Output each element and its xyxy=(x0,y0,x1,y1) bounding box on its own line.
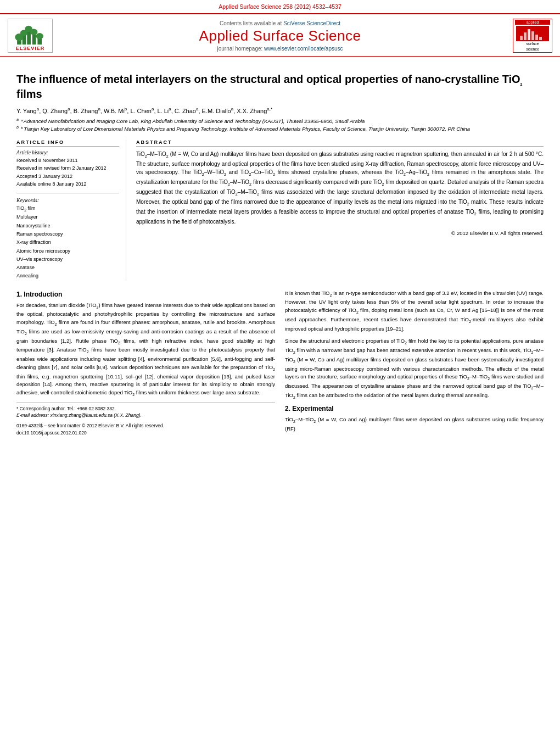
page-container: Applied Surface Science 258 (2012) 4532–… xyxy=(0,0,560,742)
journal-title: Applied Surface Science xyxy=(57,27,503,44)
journal-homepage: journal homepage: www.elsevier.com/locat… xyxy=(57,46,503,52)
abstract-column: ABSTRACT TiO2–M–TiO2 (M = W, Co and Ag) … xyxy=(136,140,544,281)
svg-rect-14 xyxy=(535,35,538,40)
logo-top-text: applied xyxy=(515,20,550,25)
elsevier-logo-area: ELSEVIER xyxy=(8,19,57,53)
footnote-area: * Corresponding author. Tel.: +966 02 80… xyxy=(16,403,275,420)
journal-header: Applied Surface Science 258 (2012) 4532–… xyxy=(0,0,560,14)
introduction-para1: For decades, titanium dioxide (TiO2) fil… xyxy=(16,302,275,398)
right-para1: It is known that TiO2 is an n-type semic… xyxy=(285,289,544,333)
abstract-text: TiO2–M–TiO2 (M = W, Co and Ag) multilaye… xyxy=(136,150,544,226)
journal-center: Contents lists available at SciVerse Sci… xyxy=(57,20,503,52)
journal-logo-right: applied surfacescience xyxy=(503,19,552,53)
article-dates: Received 8 November 2011 Received in rev… xyxy=(16,157,119,188)
info-abstract-columns: ARTICLE INFO Article history: Received 8… xyxy=(16,140,544,281)
right-para2: Since the structural and electronic prop… xyxy=(285,337,544,400)
sciverse-link[interactable]: SciVerse ScienceDirect xyxy=(283,20,340,26)
divider xyxy=(16,193,119,193)
corresponding-note: * Corresponding author. Tel.: +966 02 80… xyxy=(16,405,275,412)
svg-point-8 xyxy=(30,29,37,35)
svg-rect-2 xyxy=(27,30,31,44)
elsevier-wordmark: ELSEVIER xyxy=(16,46,45,51)
keywords-label: Keywords: xyxy=(16,198,119,203)
abstract-label: ABSTRACT xyxy=(136,140,544,147)
elsevier-tree-icon xyxy=(14,23,47,46)
header-main: ELSEVIER Contents lists available at Sci… xyxy=(0,14,560,57)
history-label: Article history: xyxy=(16,150,119,155)
article-info-column: ARTICLE INFO Article history: Received 8… xyxy=(16,140,126,281)
experimental-para: TiO2–M–TiO2 (M = W, Co and Ag) multilaye… xyxy=(285,416,544,433)
content-area: The influence of metal interlayers on th… xyxy=(0,57,560,443)
svg-rect-13 xyxy=(531,31,534,40)
logo-graphic-icon xyxy=(519,26,546,41)
main-body-columns: 1. Introduction For decades, titanium di… xyxy=(16,289,544,438)
main-col-right: It is known that TiO2 is an n-type semic… xyxy=(285,289,544,438)
svg-rect-12 xyxy=(528,29,530,40)
svg-point-9 xyxy=(36,33,43,39)
journal-logo-box: applied surfacescience xyxy=(513,19,552,53)
svg-rect-11 xyxy=(524,32,527,40)
affiliation-a: a ᵃ Advanced Nanofabrication and Imaging… xyxy=(16,118,544,124)
logo-journal-name: surfacescience xyxy=(526,41,539,51)
email-note: E-mail address: xinxiang.zhang@kaust.edu… xyxy=(16,412,275,419)
homepage-url[interactable]: www.elsevier.com/locate/apsusc xyxy=(264,46,343,52)
abstract-copyright: © 2012 Elsevier B.V. All rights reserved… xyxy=(136,230,544,236)
article-title: The influence of metal interlayers on th… xyxy=(16,72,544,101)
experimental-heading: 2. Experimental xyxy=(285,405,544,412)
elsevier-logo-box: ELSEVIER xyxy=(8,19,53,53)
article-info-label: ARTICLE INFO xyxy=(16,140,119,147)
svg-rect-15 xyxy=(539,37,542,40)
affiliation-b: b ᵇ Tianjin Key Laboratory of Low Dimens… xyxy=(16,125,544,132)
logo-image-area xyxy=(516,26,549,41)
keywords-list: TiO2 film Multilayer Nanocrystalline Ram… xyxy=(16,204,119,281)
copyright-footer: 0169-4332/$ – see front matter © 2012 El… xyxy=(16,422,275,437)
main-col-left: 1. Introduction For decades, titanium di… xyxy=(16,289,275,438)
sciverse-line: Contents lists available at SciVerse Sci… xyxy=(57,20,503,26)
journal-ref: Applied Surface Science 258 (2012) 4532–… xyxy=(0,3,560,10)
introduction-heading: 1. Introduction xyxy=(16,291,275,298)
svg-rect-10 xyxy=(520,36,523,40)
authors: Y. Yanga, Q. Zhanga, B. Zhanga, W.B. Mib… xyxy=(16,107,544,114)
